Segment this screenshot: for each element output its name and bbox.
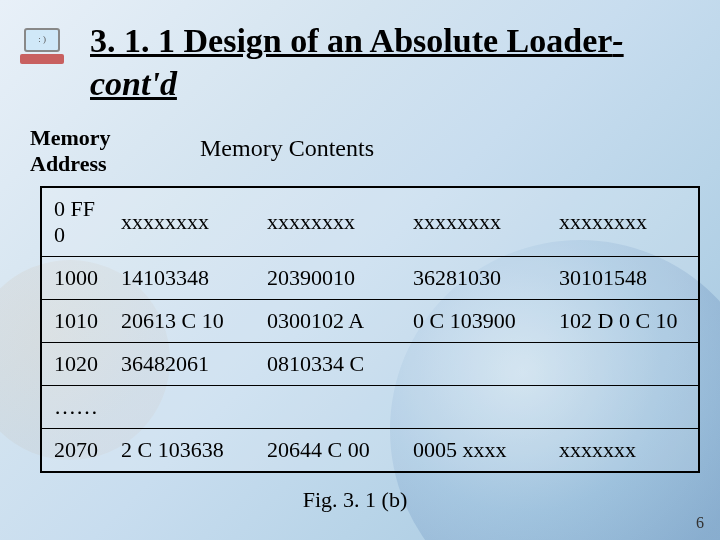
table-row: 1000 14103348 20390010 36281030 30101548	[41, 256, 699, 299]
content-cell: 0810334 C	[261, 342, 407, 385]
content-cell: 0005 xxxx	[407, 428, 553, 472]
content-cell: xxxxxxxx	[261, 187, 407, 257]
title-main: 3. 1. 1 Design of an Absolute Loader	[90, 22, 612, 59]
addr-cell: ……	[41, 385, 115, 428]
content-cell	[407, 385, 553, 428]
content-cell: 20390010	[261, 256, 407, 299]
content-cell	[261, 385, 407, 428]
table-row: 1010 20613 C 10 0300102 A 0 C 103900 102…	[41, 299, 699, 342]
column-headers: Memory Address Memory Contents	[30, 125, 680, 178]
table-row: 2070 2 C 103638 20644 C 00 0005 xxxx xxx…	[41, 428, 699, 472]
header-memory-address: Memory Address	[30, 125, 140, 178]
header-addr-line1: Memory	[30, 125, 111, 150]
content-cell	[553, 342, 699, 385]
table-row: 1020 36482061 0810334 C	[41, 342, 699, 385]
content-cell: xxxxxxx	[553, 428, 699, 472]
content-cell: xxxxxxxx	[553, 187, 699, 257]
addr-cell: 1010	[41, 299, 115, 342]
content-cell: 14103348	[115, 256, 261, 299]
content-cell: 20613 C 10	[115, 299, 261, 342]
header-memory-contents: Memory Contents	[200, 135, 374, 178]
content-cell	[407, 342, 553, 385]
addr-cell: 1020	[41, 342, 115, 385]
icon-face: : )	[26, 30, 58, 48]
content-cell: xxxxxxxx	[115, 187, 261, 257]
content-cell	[553, 385, 699, 428]
content-cell: 36482061	[115, 342, 261, 385]
content-cell: 20644 C 00	[261, 428, 407, 472]
content-cell	[115, 385, 261, 428]
table-row: 0 FF 0 xxxxxxxx xxxxxxxx xxxxxxxx xxxxxx…	[41, 187, 699, 257]
content-cell: 0300102 A	[261, 299, 407, 342]
content-cell: xxxxxxxx	[407, 187, 553, 257]
addr-cell: 0 FF 0	[41, 187, 115, 257]
addr-cell: 1000	[41, 256, 115, 299]
addr-cell: 2070	[41, 428, 115, 472]
content-cell: 2 C 103638	[115, 428, 261, 472]
content-cell: 0 C 103900	[407, 299, 553, 342]
content-cell: 30101548	[553, 256, 699, 299]
figure-caption: Fig. 3. 1 (b)	[30, 487, 680, 513]
memory-table: 0 FF 0 xxxxxxxx xxxxxxxx xxxxxxxx xxxxxx…	[40, 186, 700, 473]
table-row: ……	[41, 385, 699, 428]
content-cell: 36281030	[407, 256, 553, 299]
page-title: 3. 1. 1 Design of an Absolute Loader-con…	[90, 20, 680, 105]
computer-icon: : )	[18, 28, 66, 66]
header-addr-line2: Address	[30, 151, 107, 176]
content-cell: 102 D 0 C 10	[553, 299, 699, 342]
